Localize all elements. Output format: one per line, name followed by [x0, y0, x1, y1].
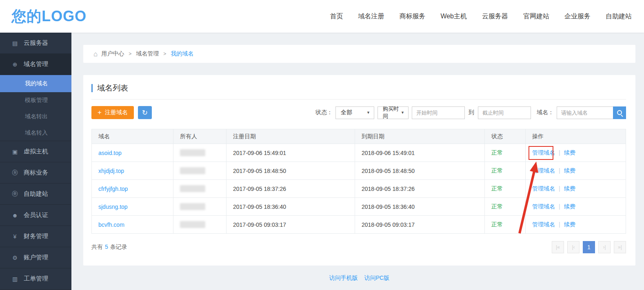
nav-cloud-server[interactable]: 云服务器 [482, 12, 508, 21]
owner-redacted [180, 203, 205, 210]
breadcrumb: ⌂ 用户中心 > 域名管理 > 我的域名 [83, 45, 635, 63]
status-badge: 正常 [491, 167, 503, 174]
ticket-icon: ▥ [11, 276, 19, 282]
table-header-row: 域名 所有人 注册日期 到期日期 状态 操作 [92, 129, 626, 144]
sitebuilder-icon: ⓔ [11, 190, 19, 198]
pc-version-link[interactable]: 访问PC版 [364, 275, 389, 281]
breadcrumb-separator: > [163, 51, 166, 57]
pagination-prev-button[interactable]: |‹ [567, 241, 580, 253]
sidebar-item-domain-transfer-out[interactable]: 域名转出 [0, 108, 71, 125]
sidebar-item-finance[interactable]: ¥ 财务管理 [0, 226, 71, 247]
manage-domain-link[interactable]: 管理域名 [532, 221, 555, 228]
sidebar-item-template-management[interactable]: 模板管理 [0, 92, 71, 108]
status-select[interactable]: 全部 ▼ [335, 106, 374, 119]
nav-sitebuilder[interactable]: 自助建站 [606, 12, 632, 21]
renew-link[interactable]: 续费 [564, 203, 575, 210]
status-filter-label: 状态： [315, 109, 333, 116]
nav-website[interactable]: 官网建站 [523, 12, 549, 21]
sidebar-item-member-verification[interactable]: ☻ 会员认证 [0, 205, 71, 226]
breadcrumb-my-domains[interactable]: 我的域名 [171, 50, 193, 58]
sidebar-item-domain-transfer-in[interactable]: 域名转入 [0, 125, 71, 141]
pagination-next-button[interactable]: ›| [598, 241, 611, 253]
pagination-last-button[interactable]: »| [614, 241, 626, 253]
col-registered: 注册日期 [227, 129, 355, 144]
sidebar-item-domain-management[interactable]: ⊕ 域名管理 [0, 54, 71, 75]
action-separator: | [559, 167, 560, 174]
action-separator: | [559, 203, 560, 210]
refresh-button[interactable]: ↻ [138, 106, 152, 119]
domain-link[interactable]: asoid.top [98, 150, 122, 156]
col-status: 状态 [485, 129, 526, 144]
domain-link[interactable]: sjdusng.top [98, 204, 128, 210]
title-divider [91, 99, 626, 100]
time-type-select[interactable]: 购买时间 ▼ [378, 106, 409, 119]
filter-bar: 状态： 全部 ▼ 购买时间 ▼ 到 域名： [315, 106, 626, 119]
domain-link[interactable]: bcvfh.com [98, 221, 124, 228]
renew-link[interactable]: 续费 [564, 221, 575, 228]
renew-link[interactable]: 续费 [564, 185, 575, 192]
sidebar-item-my-domains[interactable]: 我的域名 [0, 75, 71, 92]
registered-date: 2017-09-06 15:49:01 [227, 144, 355, 162]
manage-domain-link[interactable]: 管理域名 [532, 203, 555, 210]
nav-trademark[interactable]: 商标服务 [399, 12, 425, 21]
owner-redacted [180, 167, 205, 174]
domain-table: 域名 所有人 注册日期 到期日期 状态 操作 asoid.top 2017-09… [91, 129, 626, 234]
table-row: xhjdjdj.top 2017-09-05 18:48:50 2018-09-… [92, 162, 626, 180]
search-button[interactable] [613, 106, 626, 119]
domain-link[interactable]: cfrfyjfgh.top [98, 186, 128, 192]
domain-search-input[interactable] [557, 106, 613, 119]
start-date-input[interactable] [412, 106, 465, 119]
finance-icon: ¥ [11, 233, 19, 240]
table-row: asoid.top 2017-09-06 15:49:01 2018-09-06… [92, 144, 626, 162]
owner-redacted [180, 185, 205, 192]
nav-enterprise[interactable]: 企业服务 [564, 12, 591, 21]
date-range-connector: 到 [469, 109, 474, 116]
domain-filter-label: 域名： [537, 109, 554, 116]
manage-domain-link[interactable]: 管理域名 [532, 167, 555, 174]
list-footer: 共有5条记录 |« |‹ 1 ›| »| [91, 241, 626, 253]
register-domain-button[interactable]: + 注册域名 [91, 106, 134, 119]
mobile-version-link[interactable]: 访问手机版 [329, 275, 358, 281]
pagination: |« |‹ 1 ›| »| [552, 241, 626, 253]
sidebar-item-account[interactable]: ⚙ 账户管理 [0, 247, 71, 268]
sidebar-item-cloud-server[interactable]: ▤ 云服务器 [0, 33, 71, 54]
registered-date: 2017-09-05 18:48:50 [227, 162, 355, 180]
chevron-down-icon: ▼ [366, 111, 370, 115]
expiry-date: 2018-09-05 09:03:17 [355, 216, 485, 234]
brand-logo: 您的LOGO [11, 7, 87, 27]
action-separator: | [559, 185, 560, 192]
toolbar: + 注册域名 ↻ 状态： 全部 ▼ 购买时间 ▼ [91, 106, 626, 119]
col-actions: 操作 [526, 129, 626, 144]
registered-date: 2017-09-05 18:37:26 [227, 180, 355, 198]
col-domain: 域名 [92, 129, 173, 144]
sidebar-item-trademark[interactable]: Ⓡ 商标业务 [0, 162, 71, 184]
status-badge: 正常 [491, 149, 503, 156]
nav-domain-register[interactable]: 域名注册 [358, 12, 384, 21]
search-icon [617, 110, 622, 115]
expiry-date: 2018-09-05 18:36:40 [355, 198, 485, 216]
page-footer: 访问手机版 访问PC版 [83, 275, 635, 282]
main-content: ⌂ 用户中心 > 域名管理 > 我的域名 域名列表 + 注册域名 ↻ 状态： [71, 33, 644, 290]
sidebar-item-virtual-host[interactable]: ▣ 虚拟主机 [0, 141, 71, 162]
action-separator: | [559, 149, 560, 156]
nav-web-hosting[interactable]: Web主机 [440, 12, 467, 21]
renew-link[interactable]: 续费 [564, 167, 575, 174]
pagination-first-button[interactable]: |« [552, 241, 564, 253]
sidebar-item-sitebuilder[interactable]: ⓔ 自助建站 [0, 184, 71, 205]
breadcrumb-user-center[interactable]: 用户中心 [101, 50, 124, 58]
manage-domain-link[interactable]: 管理域名 [532, 149, 555, 156]
member-icon: ☻ [11, 212, 19, 219]
status-badge: 正常 [491, 185, 503, 192]
page-title: 域名列表 [91, 84, 626, 92]
sidebar-item-work-order[interactable]: ▥ 工单管理 [0, 268, 71, 290]
manage-domain-link[interactable]: 管理域名 [532, 185, 555, 192]
expiry-date: 2018-09-05 18:48:50 [355, 162, 485, 180]
domain-link[interactable]: xhjdjdj.top [98, 168, 124, 174]
end-date-input[interactable] [478, 106, 531, 119]
registered-date: 2017-09-05 18:36:40 [227, 198, 355, 216]
breadcrumb-domain-management[interactable]: 域名管理 [136, 50, 159, 58]
pagination-page-1[interactable]: 1 [583, 241, 595, 253]
nav-home[interactable]: 首页 [330, 12, 343, 21]
renew-link[interactable]: 续费 [564, 149, 575, 156]
col-owner: 所有人 [173, 129, 227, 144]
